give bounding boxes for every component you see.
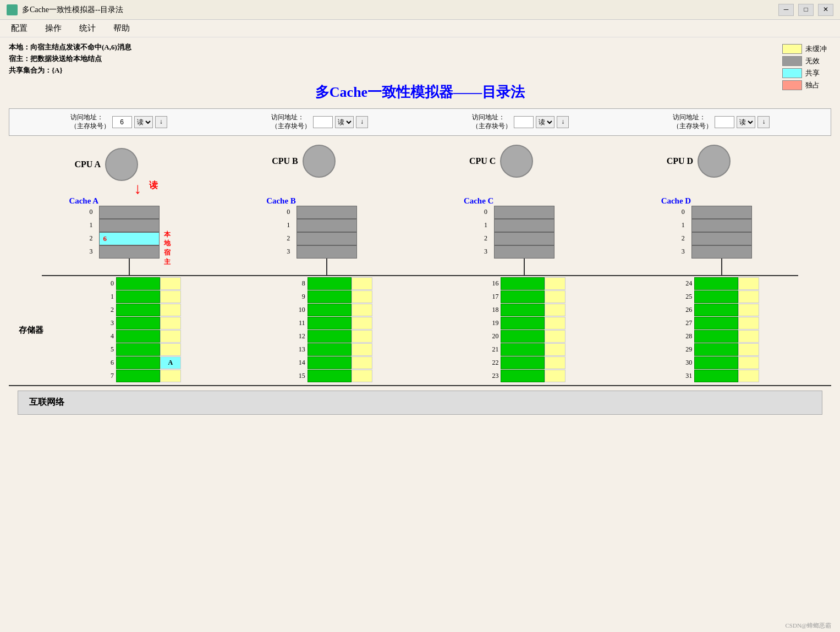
cache-a-connector	[129, 259, 130, 275]
legend-invalid-label: 无效	[805, 56, 820, 66]
mem-b-row9: 9	[292, 290, 372, 303]
read-label: 读	[149, 180, 158, 191]
cache-a-row0	[99, 206, 160, 219]
legend-uncached-label: 未缓冲	[805, 44, 827, 54]
mem-d-green26	[694, 304, 738, 316]
mem-c-num23: 23	[483, 372, 498, 380]
mem-b-dir11	[352, 317, 372, 329]
mem-c-num16: 16	[483, 279, 498, 288]
cache-a-row1-idx: 1	[89, 221, 92, 229]
mem-c-green22	[501, 356, 545, 369]
cpu-d-circle	[698, 145, 731, 178]
mem-c-num22: 22	[483, 359, 498, 367]
mem-c-row22: 22	[483, 356, 566, 369]
cpu-c-section: CPU C Cache C 0 1 2 3	[464, 145, 574, 275]
app-icon	[7, 4, 18, 15]
access-input-b[interactable]	[313, 116, 333, 128]
mem-a-green1	[116, 290, 160, 303]
mem-d-green27	[694, 317, 738, 329]
menu-help[interactable]: 帮助	[111, 22, 132, 35]
access-mode-d[interactable]: 读写	[737, 116, 755, 128]
access-input-a[interactable]	[112, 116, 132, 128]
access-input-c[interactable]	[514, 116, 534, 128]
mem-a-green4	[116, 330, 160, 343]
mem-a-dir6: A	[160, 356, 181, 369]
read-arrow: ↓	[134, 181, 141, 196]
maximize-button[interactable]: □	[798, 4, 814, 16]
mem-b-green15	[308, 370, 352, 382]
mem-d-dir29	[738, 343, 759, 356]
mem-d-dir31	[738, 370, 759, 382]
mem-b-row13: 13	[292, 343, 372, 356]
mem-d-num31: 31	[677, 372, 692, 380]
access-mode-c[interactable]: 读写	[536, 116, 554, 128]
cache-d-row0	[691, 206, 752, 219]
cache-a-row3-idx: 3	[89, 248, 92, 256]
mem-b-num12: 12	[292, 332, 305, 340]
mem-c-dir22	[545, 356, 566, 369]
access-go-b[interactable]: ↓	[356, 116, 368, 128]
mem-d-dir26	[738, 304, 759, 316]
mem-b-dir12	[352, 330, 372, 343]
cache-c-row2	[494, 232, 554, 245]
menu-stats[interactable]: 统计	[77, 22, 98, 35]
minimize-button[interactable]: ─	[778, 4, 794, 16]
menu-bar: 配置 操作 统计 帮助	[0, 20, 840, 37]
info-line1: 本地：向宿主结点发读不命中(A,6)消息	[9, 42, 131, 53]
mem-b-green11	[308, 317, 352, 329]
legend-shared-box	[782, 68, 802, 78]
mem-c-green16	[501, 277, 545, 290]
mem-a-num5: 5	[103, 345, 114, 354]
main-title: 多Cache一致性模拟器——目录法	[0, 83, 840, 102]
mem-b-green13	[308, 343, 352, 356]
access-go-a[interactable]: ↓	[155, 116, 167, 128]
mem-c-row17: 17	[483, 290, 566, 303]
mem-c-dir16	[545, 277, 566, 290]
mem-d-green30	[694, 356, 738, 369]
mem-d-num28: 28	[677, 332, 692, 340]
memory-a: 0 1 2 3 4	[103, 277, 181, 383]
access-group-d: 访问地址：（主存块号） 读写 ↓	[673, 113, 770, 130]
mem-b-num13: 13	[292, 345, 305, 354]
cpu-b-section: CPU B Cache B 0 1 2 3	[266, 145, 376, 275]
mem-d-green28	[694, 330, 738, 343]
access-input-d[interactable]	[715, 116, 734, 128]
access-go-c[interactable]: ↓	[557, 116, 569, 128]
cpu-d-label: CPU D	[667, 156, 693, 166]
mem-a-row4: 4	[103, 330, 181, 343]
cache-c-connector	[524, 259, 525, 275]
legend-uncached-box	[782, 44, 802, 54]
memory-label: 存储器	[19, 325, 43, 335]
mem-a-row1: 1	[103, 290, 181, 303]
mem-b-num14: 14	[292, 359, 305, 367]
menu-operation[interactable]: 操作	[43, 22, 64, 35]
access-go-d[interactable]: ↓	[757, 116, 770, 128]
cache-d-row1	[691, 219, 752, 232]
cache-a-row3	[99, 245, 160, 259]
cache-b-row3	[297, 245, 357, 259]
menu-config[interactable]: 配置	[9, 22, 30, 35]
mem-b-row14: 14	[292, 356, 372, 369]
mem-c-dir23	[545, 370, 566, 382]
mem-b-dir14	[352, 356, 372, 369]
info-line3: 共享集合为：{A}	[9, 65, 131, 76]
mem-a-dir7	[160, 370, 181, 382]
cache-d-label: Cache D	[661, 196, 691, 206]
cache-d-row0-idx: 0	[682, 208, 685, 216]
watermark: CSDN@蟑螂恶霸	[786, 622, 831, 630]
mem-b-green8	[308, 277, 352, 290]
access-mode-a[interactable]: 读写	[134, 116, 153, 128]
mem-b-row11: 11	[292, 317, 372, 329]
bus-line-top	[42, 275, 798, 276]
mem-b-num10: 10	[292, 306, 305, 314]
access-mode-b[interactable]: 读写	[335, 116, 354, 128]
cache-a-row2-idx: 2	[89, 234, 92, 243]
mem-a-row5: 5	[103, 343, 181, 356]
close-button[interactable]: ✕	[818, 4, 833, 16]
mem-b-dir15	[352, 370, 372, 382]
mem-d-row31: 31	[677, 370, 759, 382]
memory-b: 8 9 10 11 12	[292, 277, 372, 383]
legend-exclusive-box	[782, 80, 802, 90]
legend-invalid-box	[782, 56, 802, 66]
cache-b-row3-idx: 3	[287, 248, 290, 256]
